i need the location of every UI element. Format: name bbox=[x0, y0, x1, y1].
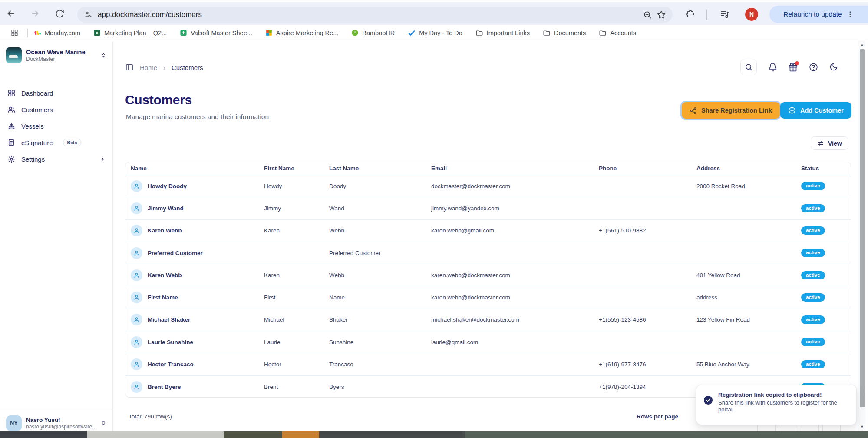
view-button[interactable]: View bbox=[811, 136, 848, 150]
col-first-name[interactable]: First Name bbox=[260, 165, 325, 172]
chevron-updown-icon bbox=[100, 420, 107, 426]
customer-name: Laurie Sunshine bbox=[148, 339, 193, 345]
help-button[interactable] bbox=[809, 63, 818, 72]
cell-first: Karen bbox=[260, 272, 325, 279]
dark-mode-button[interactable] bbox=[829, 63, 838, 71]
table-row[interactable]: Jimmy Wand Jimmy Wand jimmy.wand@yandex.… bbox=[125, 197, 851, 219]
svg-text:X: X bbox=[96, 31, 99, 35]
relaunch-button[interactable]: Relaunch to update bbox=[769, 6, 868, 23]
toolbar-divider bbox=[706, 10, 707, 20]
status-badge: active bbox=[801, 204, 825, 213]
user-avatar: NY bbox=[6, 415, 22, 431]
table-row[interactable]: Hector Trancaso Hector Trancaso +1(619)-… bbox=[125, 353, 851, 375]
col-name[interactable]: Name bbox=[125, 165, 260, 172]
scroll-down-arrow[interactable]: ▼ bbox=[858, 425, 866, 429]
status-badge: active bbox=[801, 315, 825, 324]
add-customer-button[interactable]: Add Customer bbox=[780, 102, 851, 119]
sidebar-item-settings[interactable]: Settings bbox=[0, 151, 113, 167]
app-sidebar: Ocean Wave Marine DockMaster Dashboard C… bbox=[0, 41, 113, 438]
share-registration-link-button[interactable]: Share Registration Link bbox=[682, 102, 780, 119]
browser-toolbar: app.dockmaster.com/customers N Relaunch … bbox=[0, 0, 868, 25]
toast-notification[interactable]: Registration link copied to clipboard! S… bbox=[696, 385, 857, 425]
bookmark-monday[interactable]: Monday.com bbox=[34, 29, 80, 36]
col-address[interactable]: Address bbox=[693, 165, 797, 172]
vertical-scrollbar[interactable]: ▲ ▼ bbox=[858, 41, 865, 438]
scrollbar-thumb[interactable] bbox=[860, 49, 865, 407]
table-row[interactable]: Laurie Sunshine Laurie Sunshine laurie@g… bbox=[125, 331, 851, 353]
search-button[interactable] bbox=[740, 59, 757, 75]
org-switcher[interactable]: Ocean Wave Marine DockMaster bbox=[6, 47, 107, 63]
dashboard-icon bbox=[7, 89, 16, 97]
media-controls-icon[interactable] bbox=[720, 9, 730, 20]
site-settings-icon[interactable] bbox=[84, 10, 92, 19]
cell-phone: +1(555)-123-4586 bbox=[595, 316, 693, 323]
col-email[interactable]: Email bbox=[427, 165, 595, 172]
bookmark-folder-documents[interactable]: Documents bbox=[543, 29, 586, 37]
col-last-name[interactable]: Last Name bbox=[325, 165, 427, 172]
extensions-icon[interactable] bbox=[685, 9, 696, 20]
bookmark-my-day[interactable]: My Day - To Do bbox=[408, 29, 462, 37]
col-status[interactable]: Status bbox=[797, 165, 851, 172]
taskbar-strip bbox=[0, 431, 868, 438]
table-row[interactable]: Howdy Doody Howdy Doody dockmaster@dockm… bbox=[125, 175, 851, 197]
customers-table: Name First Name Last Name Email Phone Ad… bbox=[125, 162, 851, 398]
org-logo bbox=[6, 47, 22, 63]
bookmark-folder-important-links[interactable]: Important Links bbox=[475, 29, 530, 37]
customer-name: Jimmy Wand bbox=[148, 205, 184, 212]
status-badge: active bbox=[801, 293, 825, 302]
sidebar-item-esignature[interactable]: eSignature Beta bbox=[0, 134, 113, 151]
customer-name: Howdy Doody bbox=[148, 183, 187, 189]
notifications-button[interactable] bbox=[768, 63, 777, 72]
cell-first: Brent bbox=[260, 384, 325, 390]
whats-new-button[interactable] bbox=[789, 63, 798, 72]
cell-email: karen.webb@gmail.com bbox=[427, 227, 595, 234]
customer-name: Karen Webb bbox=[148, 272, 182, 279]
bookmark-aspire[interactable]: Aspire Marketing Re... bbox=[265, 29, 338, 36]
col-phone[interactable]: Phone bbox=[595, 165, 693, 172]
table-row[interactable]: Karen Webb Karen Webb karen.webb@dockmas… bbox=[125, 264, 851, 286]
person-icon bbox=[131, 269, 142, 281]
sidebar-item-customers[interactable]: Customers bbox=[0, 101, 113, 118]
sidebar-item-dashboard[interactable]: Dashboard bbox=[0, 85, 113, 101]
kebab-menu-icon[interactable] bbox=[846, 10, 854, 18]
bookmark-valsoft[interactable]: Valsoft Master Shee... bbox=[180, 29, 252, 36]
sidebar-item-vessels[interactable]: Vessels bbox=[0, 118, 113, 134]
chevron-right-icon bbox=[99, 156, 106, 163]
monday-icon bbox=[34, 29, 41, 36]
bookmark-star-icon[interactable] bbox=[657, 10, 666, 19]
bookmark-marketing-plan[interactable]: X Marketing Plan _ Q2... bbox=[93, 29, 167, 36]
address-bar[interactable]: app.dockmaster.com/customers bbox=[77, 7, 673, 23]
reload-button[interactable] bbox=[52, 6, 67, 21]
cell-last: Shaker bbox=[325, 316, 427, 323]
table-row[interactable]: First Name First Name karen.webb@dockmas… bbox=[125, 286, 851, 309]
zoom-out-icon[interactable] bbox=[643, 10, 652, 19]
sidebar-toggle-icon[interactable] bbox=[125, 63, 134, 72]
breadcrumb-home[interactable]: Home bbox=[140, 64, 157, 71]
cell-first: First bbox=[260, 294, 325, 301]
profile-avatar[interactable]: N bbox=[745, 8, 758, 21]
table-row[interactable]: Karen Webb Karen Webb karen.webb@gmail.c… bbox=[125, 220, 851, 242]
chevron-updown-icon bbox=[100, 52, 107, 59]
scroll-up-arrow[interactable]: ▲ bbox=[858, 43, 866, 47]
bookmark-bamboohr[interactable]: BambooHR bbox=[351, 29, 395, 36]
forward-button[interactable] bbox=[28, 6, 43, 21]
cell-phone: +1(619)-977-8476 bbox=[595, 361, 693, 368]
check-circle-icon bbox=[703, 395, 713, 405]
table-row[interactable]: Michael Shaker Michael Shaker michael.sh… bbox=[125, 309, 851, 331]
cell-address: 2000 Rocket Road bbox=[693, 183, 797, 189]
back-button[interactable] bbox=[3, 6, 18, 21]
person-icon bbox=[131, 314, 142, 325]
breadcrumb: Home › Customers bbox=[125, 63, 203, 72]
person-icon bbox=[131, 292, 142, 303]
table-row[interactable]: Preferred Customer Preferred Customer ac… bbox=[125, 242, 851, 264]
cell-address: 55 Blue Anchor Way bbox=[693, 361, 797, 368]
customer-name: Preferred Customer bbox=[148, 250, 203, 256]
page-title: Customers bbox=[125, 93, 192, 107]
bookmark-folder-accounts[interactable]: Accounts bbox=[599, 29, 636, 37]
apps-grid-icon[interactable] bbox=[10, 29, 19, 37]
breadcrumb-current: Customers bbox=[172, 64, 203, 71]
url-text[interactable]: app.dockmaster.com/customers bbox=[98, 10, 638, 19]
cell-email: michael.shaker@dockmaster.com bbox=[427, 316, 595, 323]
cell-phone: +1(561)-510-9882 bbox=[595, 227, 693, 234]
user-email: nasro.yusuf@aspiresoftware... bbox=[26, 424, 95, 430]
